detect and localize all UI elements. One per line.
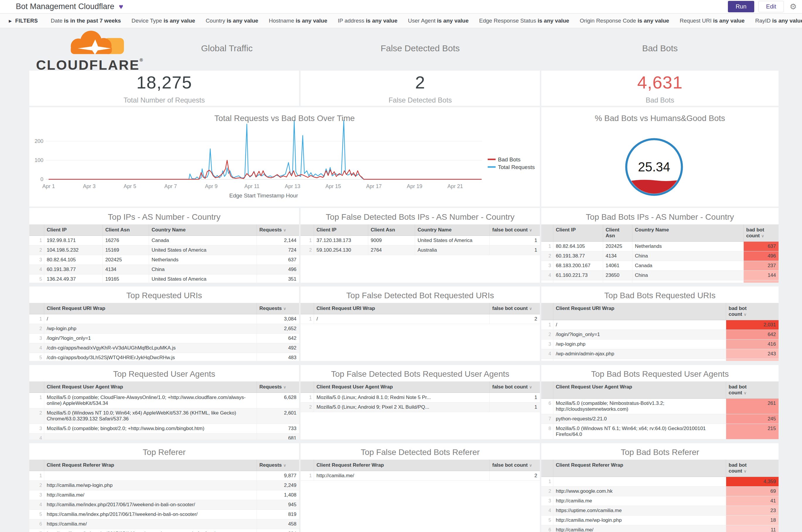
table-cell[interactable]: /cdn-cgi/apps/body/3Lh52SjWTQ4HRlErJykHq… <box>44 353 256 361</box>
table-cell[interactable]: https://camilia.me/index.php/2017/06/17/… <box>44 510 256 519</box>
table-value-cell[interactable]: 496 <box>743 251 779 261</box>
sortable-column-header[interactable]: false bot count∨ <box>490 381 540 393</box>
sortable-column-header[interactable]: Requests∨ <box>256 460 299 471</box>
filter-item[interactable]: Date is in the past 7 weeks <box>51 18 121 24</box>
table-value-cell[interactable]: 642 <box>726 330 779 340</box>
table-cell[interactable]: China <box>632 271 743 280</box>
table-cell[interactable]: United States of America <box>149 274 256 283</box>
table-cell[interactable]: 80.82.64.105 <box>553 242 603 251</box>
filter-item[interactable]: Origin Response Code is any value <box>580 18 669 24</box>
table-cell[interactable]: 59.100.254.130 <box>314 246 368 255</box>
table-cell[interactable]: /wp-login.php <box>553 340 726 349</box>
table-cell[interactable]: python-requests/2.21.0 <box>553 414 726 424</box>
table-cell[interactable]: http://camilia.me/ <box>314 471 490 481</box>
table-value-cell[interactable]: 637 <box>256 255 299 265</box>
table-value-cell[interactable]: 1 <box>490 393 540 402</box>
table-cell[interactable]: http://camilia.me/wp-login.php <box>44 481 256 490</box>
table-cell[interactable]: 104.198.5.232 <box>44 246 102 255</box>
table-value-cell[interactable]: 2,652 <box>256 324 299 334</box>
table-value-cell[interactable]: 458 <box>256 519 299 529</box>
table-cell[interactable]: 15169 <box>102 246 149 255</box>
table-cell[interactable] <box>553 477 726 487</box>
filter-item[interactable]: Edge Response Status is any value <box>479 18 569 24</box>
table-value-cell[interactable]: 819 <box>256 510 299 519</box>
table-cell[interactable]: https://uptime.com/camilia.me <box>553 506 726 516</box>
table-cell[interactable]: /xmlrpc.php <box>553 359 726 361</box>
table-cell[interactable] <box>44 434 256 440</box>
table-cell[interactable]: 68.183.200.167 <box>553 261 603 271</box>
table-cell[interactable]: United States of America <box>149 246 256 255</box>
table-cell[interactable]: 14061 <box>603 261 632 271</box>
table-cell[interactable]: Mozilla/5.0 (compatible; Nimbostratus-Bo… <box>553 399 726 414</box>
table-cell[interactable]: 9009 <box>368 236 415 246</box>
table-cell[interactable]: Mozilla/5.0 (compatible; CloudFlare-Alwa… <box>44 393 256 408</box>
table-cell[interactable]: 202425 <box>603 242 632 251</box>
table-cell[interactable]: / <box>553 320 726 330</box>
edit-button[interactable]: Edit <box>758 1 784 12</box>
table-cell[interactable]: 60.191.38.77 <box>44 265 102 274</box>
table-cell[interactable]: 60.191.38.77 <box>553 251 603 261</box>
table-cell[interactable] <box>553 280 603 283</box>
table-cell[interactable]: http://camilia.me/wp-login.php <box>553 516 726 525</box>
sortable-column-header[interactable]: Requests∨ <box>256 381 299 393</box>
table-value-cell[interactable]: 23 <box>726 506 779 516</box>
sortable-column-header[interactable]: false bot count∨ <box>490 224 540 236</box>
table-value-cell[interactable]: 637 <box>743 242 779 251</box>
table-cell[interactable]: 19165 <box>102 274 149 283</box>
table-value-cell[interactable]: 6,628 <box>256 393 299 408</box>
table-cell[interactable]: United States of America <box>415 236 490 246</box>
table-cell[interactable]: 37.120.138.173 <box>314 236 368 246</box>
table-cell[interactable]: http://camilia.me/index.php/2017/06/17/w… <box>44 500 256 510</box>
table-value-cell[interactable]: 9,877 <box>256 471 299 481</box>
sortable-column-header[interactable]: Requests∨ <box>256 303 299 314</box>
table-value-cell[interactable]: 284 <box>256 529 299 532</box>
filter-item[interactable]: IP address is any value <box>338 18 398 24</box>
filter-item[interactable]: RayID is any value <box>755 18 802 24</box>
table-cell[interactable]: /wp-admin/admin-ajax.php <box>553 349 726 359</box>
table-value-cell[interactable]: 642 <box>256 334 299 343</box>
table-value-cell[interactable]: 243 <box>726 349 779 359</box>
table-cell[interactable] <box>603 280 632 283</box>
run-button[interactable]: Run <box>728 1 755 12</box>
table-cell[interactable]: Mozilla/5.0 (Windows NT 10.0; Win64; x64… <box>44 408 256 424</box>
filters-expand-icon[interactable]: ▶ <box>9 19 12 23</box>
table-cell[interactable]: Canada <box>149 236 256 246</box>
filter-item[interactable]: Request URI is any value <box>680 18 745 24</box>
table-value-cell[interactable]: 1 <box>490 236 540 246</box>
filter-item[interactable]: User Agent is any value <box>408 18 469 24</box>
table-cell[interactable]: 2764 <box>368 246 415 255</box>
table-cell[interactable]: /cdn-cgi/apps/head/xVgyKhR-vV3dAUGhMqfBc… <box>44 343 256 353</box>
sortable-column-header[interactable]: bad bot count∨ <box>743 224 779 242</box>
table-cell[interactable]: Netherlands <box>149 255 256 265</box>
table-cell[interactable]: https://camilia.me/ <box>44 519 256 529</box>
table-cell[interactable]: 80.82.64.105 <box>44 255 102 265</box>
table-cell[interactable]: 61.160.221.73 <box>553 271 603 280</box>
table-value-cell[interactable]: 2,144 <box>256 236 299 246</box>
table-value-cell[interactable]: 261 <box>726 399 779 414</box>
table-cell[interactable]: / <box>44 314 256 324</box>
table-value-cell[interactable] <box>743 280 779 283</box>
table-cell[interactable]: Mozilla/5.0 (Windows NT 6.1; Win64; x64;… <box>553 424 726 439</box>
table-cell[interactable]: China <box>632 251 743 261</box>
table-value-cell[interactable]: 237 <box>743 261 779 271</box>
table-cell[interactable]: /login/?login_only=1 <box>44 334 256 343</box>
sortable-column-header[interactable]: bad bot count∨ <box>726 381 779 399</box>
table-cell[interactable]: http://camilia.me/ <box>553 525 726 532</box>
gear-icon[interactable]: ⚙ <box>790 2 797 12</box>
table-value-cell[interactable]: 4,359 <box>726 477 779 487</box>
table-cell[interactable]: Canada <box>632 261 743 271</box>
table-value-cell[interactable]: 3,084 <box>256 314 299 324</box>
sortable-column-header[interactable]: bad bot count∨ <box>726 303 779 320</box>
table-value-cell[interactable]: 2 <box>490 314 540 324</box>
table-cell[interactable]: 16276 <box>102 236 149 246</box>
legend-label[interactable]: Bad Bots <box>498 156 520 163</box>
table-cell[interactable]: Mozilla/5.0 (compatible; bingbot/2.0; +h… <box>44 424 256 434</box>
table-value-cell[interactable]: 41 <box>726 496 779 506</box>
bad-bots-gauge[interactable]: 25.34 <box>541 107 779 207</box>
table-value-cell[interactable]: 724 <box>256 246 299 255</box>
table-cell[interactable]: Mozilla/5.0 (Linux; Android 9; Pixel 2 X… <box>314 402 490 412</box>
table-cell[interactable]: 23650 <box>603 271 632 280</box>
table-value-cell[interactable]: 215 <box>726 424 779 439</box>
table-value-cell[interactable]: 2 <box>490 471 540 481</box>
table-cell[interactable]: /login/?login_only=1 <box>553 330 726 340</box>
